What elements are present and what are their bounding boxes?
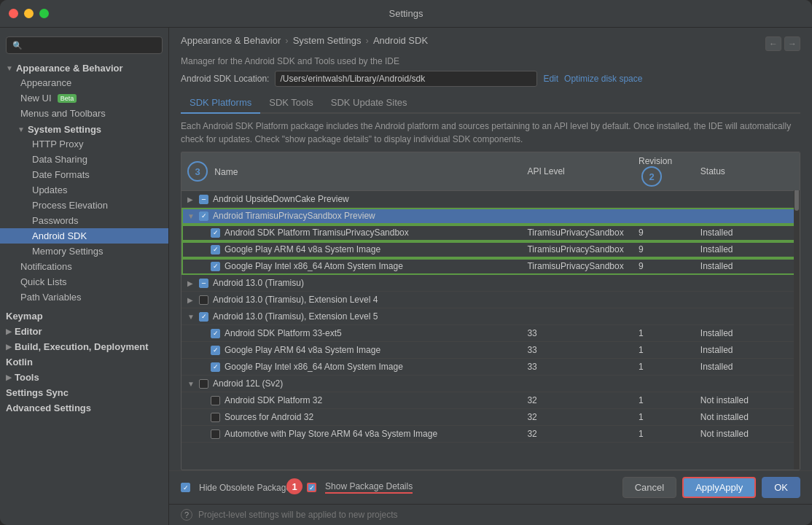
- sidebar-item-android-sdk[interactable]: Android SDK: [0, 228, 168, 244]
- table-row[interactable]: ▼ ✓ Android 13.0 (Tiramisu), Extension L…: [181, 308, 800, 325]
- search-box[interactable]: 🔍: [6, 36, 163, 54]
- checkbox[interactable]: [199, 379, 208, 389]
- optimize-link[interactable]: Optimize disk space: [564, 74, 642, 84]
- sdk-location-input[interactable]: [275, 71, 537, 87]
- checkbox[interactable]: ✓: [211, 362, 220, 372]
- tab-sdk-update-sites[interactable]: SDK Update Sites: [322, 93, 416, 114]
- revision-cell: 1: [633, 325, 695, 342]
- sidebar-item-appearance[interactable]: Appearance: [0, 75, 168, 90]
- sidebar-item-notifications[interactable]: Notifications: [0, 259, 168, 274]
- checkbox[interactable]: ✓: [211, 228, 220, 238]
- table-row[interactable]: ▶ − Android 13.0 (Tiramisu): [181, 275, 800, 292]
- cancel-button[interactable]: Cancel: [622, 477, 676, 498]
- back-button[interactable]: ←: [765, 36, 781, 51]
- search-input[interactable]: [27, 40, 156, 50]
- table-row[interactable]: ✓ Google Play Intel x86_64 Atom System I…: [181, 359, 800, 376]
- expand-icon[interactable]: ▶: [187, 296, 196, 304]
- sidebar-item-memory-settings[interactable]: Memory Settings: [0, 244, 168, 259]
- hide-obsolete-item[interactable]: ✓ Hide Obsolete Packages: [181, 483, 295, 493]
- status-cell: Installed: [695, 258, 800, 275]
- sidebar-item-passwords[interactable]: Passwords: [0, 213, 168, 228]
- table-row[interactable]: ✓ Android SDK Platform 33-ext5 33 1 Inst…: [181, 325, 800, 342]
- hide-obsolete-checkbox[interactable]: ✓: [181, 483, 190, 492]
- checkbox[interactable]: [199, 295, 208, 305]
- expand-icon[interactable]: ▼: [187, 212, 196, 220]
- show-package-checkbox[interactable]: ✓: [307, 483, 316, 492]
- sidebar-item-data-sharing[interactable]: Data Sharing: [0, 152, 168, 167]
- sidebar-item-kotlin[interactable]: Kotlin: [0, 354, 168, 369]
- minimize-button[interactable]: [24, 9, 34, 18]
- close-button[interactable]: [9, 9, 18, 18]
- sidebar-item-menus-toolbars[interactable]: Menus and Toolbars: [0, 106, 168, 121]
- sidebar-item-editor[interactable]: ▶ Editor: [0, 323, 168, 338]
- checkbox[interactable]: −: [199, 279, 208, 288]
- show-package-item[interactable]: 1 ✓ Show Package Details: [307, 481, 413, 494]
- api-cell: 32: [521, 426, 633, 443]
- help-icon[interactable]: ?: [181, 509, 192, 521]
- expand-icon[interactable]: ▼: [187, 313, 196, 321]
- expand-icon[interactable]: ▶: [187, 195, 196, 203]
- maximize-button[interactable]: [39, 9, 49, 18]
- sidebar-item-http-proxy[interactable]: HTTP Proxy: [0, 136, 168, 152]
- sdk-table-container[interactable]: 3 Name API Level Revision 2 Status: [181, 152, 800, 470]
- revision-cell: 9: [633, 225, 695, 241]
- sidebar-item-quick-lists[interactable]: Quick Lists: [0, 274, 168, 289]
- api-cell: 33: [521, 359, 633, 376]
- sidebar-item-system-settings[interactable]: ▼ System Settings: [0, 121, 168, 136]
- checkbox[interactable]: ✓: [211, 262, 220, 271]
- apply-button[interactable]: ApplyApply: [682, 477, 756, 498]
- checkbox[interactable]: [211, 429, 220, 439]
- sidebar-label: Appearance: [20, 77, 71, 88]
- table-row[interactable]: ▶ Android 13.0 (Tiramisu), Extension Lev…: [181, 292, 800, 308]
- tab-sdk-tools[interactable]: SDK Tools: [260, 93, 321, 114]
- table-row[interactable]: ▼ ✓ Android TiramisuPrivacySandbox Previ…: [181, 208, 800, 225]
- checkbox[interactable]: [211, 396, 220, 405]
- sidebar-label: Memory Settings: [32, 246, 104, 257]
- ok-button[interactable]: OK: [762, 477, 800, 498]
- expand-icon[interactable]: ▼: [187, 380, 196, 388]
- status-text: Project-level settings will be applied t…: [198, 510, 397, 520]
- checkbox[interactable]: [211, 413, 220, 422]
- checkbox[interactable]: ✓: [211, 329, 220, 338]
- sidebar-item-advanced-settings[interactable]: Advanced Settings: [0, 400, 168, 415]
- table-row[interactable]: ▶ − Android UpsideDownCake Preview: [181, 191, 800, 208]
- hide-obsolete-label: Hide Obsolete Packages: [199, 483, 295, 493]
- revision-cell: [633, 208, 695, 225]
- api-cell: 32: [521, 392, 633, 409]
- checkbox[interactable]: ✓: [199, 312, 208, 322]
- table-row[interactable]: ✓ Android SDK Platform TiramisuPrivacySa…: [181, 225, 800, 241]
- checkbox[interactable]: ✓: [211, 346, 220, 355]
- table-row[interactable]: ✓ Google Play ARM 64 v8a System Image 33…: [181, 342, 800, 359]
- checkbox[interactable]: ✓: [199, 211, 208, 221]
- status-cell: Installed: [695, 359, 800, 376]
- sidebar-item-settings-sync[interactable]: Settings Sync: [0, 384, 168, 400]
- scrollbar-track[interactable]: [794, 152, 800, 470]
- sidebar-item-build-execution[interactable]: ▶ Build, Execution, Deployment: [0, 338, 168, 354]
- sidebar-item-process-elevation[interactable]: Process Elevation: [0, 198, 168, 213]
- table-row[interactable]: Sources for Android 32 32 1 Not installe…: [181, 409, 800, 426]
- sidebar-item-date-formats[interactable]: Date Formats: [0, 167, 168, 182]
- edit-link[interactable]: Edit: [543, 74, 558, 84]
- status-cell: [695, 376, 800, 392]
- expand-icon[interactable]: ▶: [187, 279, 196, 287]
- table-row[interactable]: ✓ Google Play Intel x86_64 Atom System I…: [181, 258, 800, 275]
- sidebar-item-tools[interactable]: ▶ Tools: [0, 369, 168, 384]
- sidebar-item-appearance-behavior[interactable]: ▼ Appearance & Behavior: [0, 60, 168, 75]
- table-row[interactable]: Android SDK Platform 32 32 1 Not install…: [181, 392, 800, 409]
- row-name: Android 13.0 (Tiramisu), Extension Level…: [213, 311, 378, 322]
- checkbox[interactable]: −: [199, 195, 208, 204]
- sidebar-item-new-ui[interactable]: New UI Beta: [0, 90, 168, 106]
- name-cell: ▼ ✓ Android TiramisuPrivacySandbox Previ…: [181, 208, 521, 225]
- revision-cell: 9: [633, 258, 695, 275]
- checkbox[interactable]: ✓: [211, 245, 220, 254]
- table-row[interactable]: ▼ Android 12L (Sv2): [181, 376, 800, 392]
- sidebar-item-keymap[interactable]: Keymap: [0, 308, 168, 323]
- sidebar-item-updates[interactable]: Updates: [0, 182, 168, 198]
- sidebar-item-path-variables[interactable]: Path Variables: [0, 289, 168, 305]
- window-title: Settings: [389, 8, 423, 19]
- table-row[interactable]: ✓ Google Play ARM 64 v8a System Image Ti…: [181, 241, 800, 258]
- forward-button[interactable]: →: [784, 36, 800, 51]
- table-header-row: 3 Name API Level Revision 2 Status: [181, 152, 800, 191]
- tab-sdk-platforms[interactable]: SDK Platforms: [181, 93, 260, 114]
- table-row[interactable]: Automotive with Play Store ARM 64 v8a Sy…: [181, 426, 800, 443]
